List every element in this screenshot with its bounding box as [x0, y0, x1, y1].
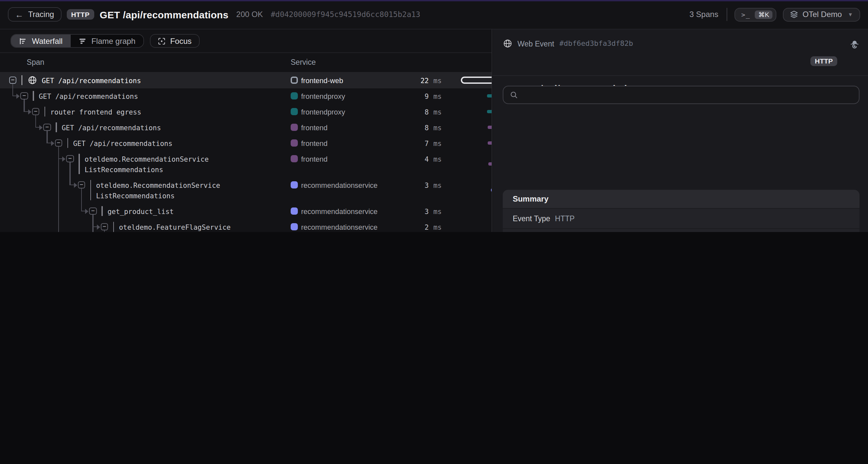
terminal-icon: >_	[741, 11, 750, 18]
span-duration-unit: ms	[433, 75, 441, 85]
tree-connector-arrow	[17, 93, 20, 98]
tree-connector-arrow	[74, 182, 77, 187]
span-column-header: Span	[27, 59, 44, 66]
span-service-bar	[67, 138, 68, 148]
tree-connector-arrow	[39, 125, 42, 130]
tab-waterfall[interactable]: Waterfall	[11, 35, 70, 47]
collapse-toggle[interactable]: −	[55, 140, 62, 147]
span-row[interactable]: −GET /api/recommendationsfrontend8ms	[0, 119, 492, 135]
span-row[interactable]: −GET /api/recommendationsfrontend7ms	[0, 135, 492, 151]
top-bar: ← Tracing HTTP GET /api/recommendations …	[0, 0, 868, 29]
summary-row-event-type: Event Type HTTP	[503, 208, 860, 228]
tracing-app: ← Tracing HTTP GET /api/recommendations …	[0, 0, 868, 232]
event-kind: Web Event	[518, 40, 554, 48]
top-bar-right: 3 Spans >_ ⌘K OTel Demo ▼	[690, 8, 860, 21]
collapse-toggle[interactable]: −	[43, 124, 51, 131]
back-label: Tracing	[28, 10, 54, 19]
layers-icon	[790, 11, 798, 19]
search-icon	[510, 91, 518, 99]
tree-connector	[12, 96, 17, 96]
tree-connector	[24, 100, 25, 112]
method-badge: HTTP	[66, 9, 94, 20]
focus-button[interactable]: Focus	[150, 34, 199, 48]
collapse-toggle[interactable]: −	[89, 208, 97, 215]
span-duration-unit: ms	[433, 153, 441, 164]
focus-label: Focus	[170, 36, 191, 45]
summary-row-start-time: Start Time 2026-03-08 16:50:03	[503, 228, 860, 232]
span-name: oteldemo.FeatureFlagServiceEvaluateProba…	[119, 221, 243, 232]
waterfall-icon	[19, 37, 27, 45]
tree-connector-arrow	[28, 109, 31, 114]
service-name: recommendationservice	[301, 206, 378, 216]
top-accent-line	[0, 0, 868, 1]
event-id: #dbf6ed3bfa3df82b	[559, 40, 633, 48]
tree-connector	[12, 84, 13, 96]
service-color-swatch	[290, 208, 298, 215]
table-header: Span Service	[0, 53, 491, 72]
collapse-toggle[interactable]: −	[32, 108, 39, 116]
event-details-panel: Web Event #dbf6ed3bfa3df82b GET /api/rec…	[493, 29, 868, 232]
span-rows: − GET /api/recommendationsfrontend-web22…	[0, 72, 491, 232]
span-name: router frontend egress	[50, 106, 141, 117]
tree-connector	[24, 111, 29, 112]
tree-connector	[47, 131, 48, 144]
collapse-toggle[interactable]: −	[78, 181, 85, 189]
globe-icon	[28, 76, 36, 85]
tree-connector-arrow	[62, 156, 65, 161]
collapse-toggle[interactable]: −	[66, 155, 74, 163]
span-row[interactable]: −router frontend egressfrontendproxy8ms	[0, 104, 492, 119]
span-service-bar	[44, 107, 45, 117]
service-name: frontendproxy	[301, 106, 345, 117]
tree-connector	[35, 116, 36, 128]
collapse-toggle[interactable]: −	[20, 92, 28, 100]
span-name: GET /api/recommendations	[73, 138, 172, 148]
collapse-toggle[interactable]: −	[9, 76, 17, 84]
shortcut-badge: ⌘K	[755, 10, 772, 19]
session-replay-icon[interactable]	[850, 40, 860, 50]
span-service-bar	[101, 207, 102, 216]
tree-connector	[104, 231, 105, 232]
span-name: GET /api/recommendations	[41, 75, 141, 85]
span-duration-unit: ms	[433, 221, 441, 232]
span-name: oteldemo.RecommendationServiceListRecomm…	[96, 180, 220, 200]
waterfall-bar	[487, 94, 492, 97]
span-name: GET /api/recommendations	[62, 122, 161, 132]
trace-id: #d04200009f945c94519d6cc8015b2a13	[271, 10, 420, 19]
attribute-search-input[interactable]	[503, 86, 860, 104]
back-button[interactable]: ← Tracing	[8, 7, 61, 22]
command-palette-button[interactable]: >_ ⌘K	[735, 8, 776, 21]
span-duration-value: 3	[386, 206, 429, 216]
tab-waterfall-label: Waterfall	[32, 36, 63, 45]
environment-selector[interactable]: OTel Demo ▼	[783, 8, 860, 21]
span-duration-unit: ms	[433, 91, 441, 101]
waterfall-bar	[487, 110, 492, 113]
chevron-down-icon: ▼	[848, 12, 853, 18]
span-name: GET /api/recommendations	[39, 91, 138, 101]
service-name: recommendationservice	[301, 180, 378, 190]
service-color-swatch	[290, 181, 298, 189]
span-duration-value: 7	[386, 138, 429, 148]
span-row[interactable]: −oteldemo.FeatureFlagServiceEvaluateProb…	[0, 219, 492, 232]
status-code: 200 OK	[236, 10, 263, 19]
span-service-bar	[113, 222, 114, 232]
span-row[interactable]: −get_product_listrecommendationservice3m…	[0, 203, 492, 219]
service-name: frontend	[301, 122, 328, 132]
service-color-swatch	[290, 108, 298, 116]
event-body: Summary Event Type HTTP Start Time 2026-…	[493, 76, 868, 232]
span-row[interactable]: −GET /api/recommendationsfrontendproxy9m…	[0, 88, 492, 104]
span-duration-value: 8	[386, 106, 429, 117]
tree-connector	[93, 215, 94, 232]
divider	[727, 8, 727, 21]
tree-connector	[35, 127, 40, 128]
tab-flame-graph[interactable]: Flame graph	[70, 35, 143, 47]
span-duration-value: 22	[386, 75, 429, 85]
span-row[interactable]: −oteldemo.RecommendationServiceListRecom…	[0, 177, 492, 203]
span-row[interactable]: − GET /api/recommendationsfrontend-web22…	[0, 72, 492, 88]
globe-icon	[503, 40, 512, 48]
collapse-toggle[interactable]: −	[100, 223, 108, 231]
flame-graph-icon	[78, 37, 86, 45]
span-duration-value: 9	[386, 91, 429, 101]
service-color-swatch	[290, 223, 298, 231]
span-row[interactable]: −oteldemo.RecommendationServiceListRecom…	[0, 151, 492, 177]
span-service-bar	[33, 91, 34, 101]
